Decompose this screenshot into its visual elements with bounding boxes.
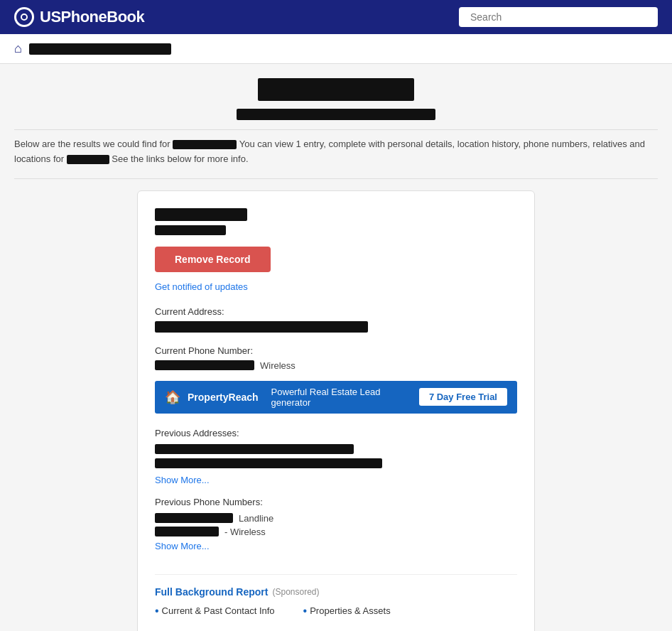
prev-phone-1-type: Landline [239,513,273,524]
search-bar[interactable] [459,7,658,27]
full-bg-label: Full Background Report [155,586,268,598]
show-more-addresses-link[interactable]: Show More... [155,475,210,485]
property-reach-name: PropertyReach [188,392,259,403]
bullet-icon-1: • [155,605,159,617]
current-phone-row: Wireless [155,360,517,371]
get-notified-link[interactable]: Get notified of updates [155,281,248,292]
property-reach-banner[interactable]: 🏠 PropertyReach Powerful Real Estate Lea… [155,381,517,414]
prev-address-2-redacted [155,458,382,468]
current-phone-type: Wireless [260,360,296,371]
prev-address-1-redacted [155,444,354,454]
name-redacted-2 [67,155,109,164]
main-content: Below are the results we could find for … [0,64,672,631]
previous-phones-label: Previous Phone Numbers: [155,497,517,507]
bg-col1-item: • Current & Past Contact Info [155,605,275,617]
results-text: Below are the results we could find for … [14,137,658,167]
current-address-label: Current Address: [155,306,517,317]
name-redacted-1 [173,140,237,149]
prev-phone-2-row: - Wireless [155,527,517,537]
person-detail-redacted [155,225,226,235]
previous-addresses-label: Previous Addresses: [155,428,517,438]
prev-phone-2-type: - Wireless [224,527,266,537]
home-icon[interactable]: ⌂ [14,41,22,56]
person-card: Remove Record Get notified of updates Cu… [137,190,535,631]
property-reach-icon: 🏠 [165,389,180,405]
remove-record-button[interactable]: Remove Record [155,247,271,272]
full-bg-row: Full Background Report (Sponsored) [155,586,517,598]
page-title-redacted [258,78,414,101]
card-divider [155,574,517,575]
logo-text: USPhoneBook [40,8,144,26]
current-phone-label: Current Phone Number: [155,345,517,356]
prev-phone-2-redacted [155,527,219,536]
header: USPhoneBook [0,0,672,34]
page-subtitle-redacted [237,109,435,120]
property-reach-desc: Powerful Real Estate Lead generator [271,387,412,408]
current-address-redacted [155,321,368,333]
divider-top [14,178,658,179]
show-more-phones-link[interactable]: Show More... [155,541,210,551]
breadcrumb-redacted [29,43,171,55]
bg-columns: • Current & Past Contact Info • Properti… [155,605,517,617]
logo-area: USPhoneBook [14,7,144,27]
nav-bar: ⌂ [0,34,672,64]
bullet-icon-2: • [303,605,308,617]
bg-col2-item: • Properties & Assets [303,605,391,617]
prev-phone-1-redacted [155,513,233,523]
page-title-area [14,78,658,130]
person-name-redacted [155,208,247,221]
sponsored-label: (Sponsored) [272,587,319,597]
search-input[interactable] [470,11,646,23]
current-phone-redacted [155,360,254,370]
property-reach-trial-button[interactable]: 7 Day Free Trial [419,388,507,406]
logo-icon [14,7,34,27]
prev-phone-1-row: Landline [155,513,517,524]
